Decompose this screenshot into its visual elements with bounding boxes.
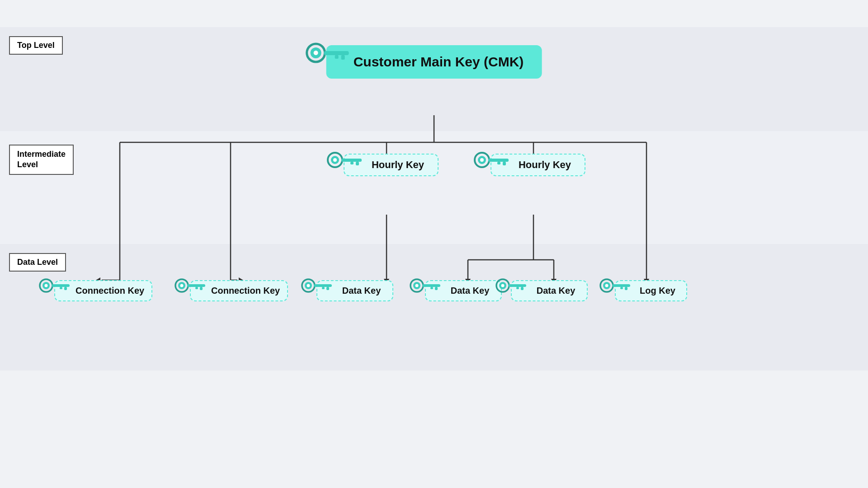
datakey1-label: Data Key — [342, 286, 381, 296]
svg-rect-50 — [200, 287, 203, 290]
svg-rect-37 — [488, 159, 509, 162]
svg-rect-32 — [356, 162, 359, 165]
svg-point-36 — [480, 158, 484, 162]
key-svg-datakey2 — [407, 276, 443, 297]
cmk-key-icon — [302, 38, 351, 70]
intermediate-level-band — [0, 131, 868, 244]
svg-rect-27 — [335, 55, 339, 59]
svg-rect-44 — [64, 287, 67, 290]
node-connkey1: Connection Key — [54, 280, 152, 301]
svg-rect-49 — [187, 284, 205, 287]
svg-rect-31 — [341, 159, 362, 162]
node-cmk: Customer Main Key (CMK) — [326, 45, 542, 79]
connkey1-label: Connection Key — [75, 286, 144, 296]
datakey2-key-icon — [407, 276, 443, 299]
svg-point-30 — [333, 158, 337, 162]
node-connkey2: Connection Key — [190, 280, 288, 301]
logkey-label: Log Key — [640, 286, 675, 296]
svg-rect-56 — [326, 287, 329, 290]
intermediate-level-text: IntermediateLevel — [17, 150, 66, 169]
top-level-text: Top Level — [17, 41, 55, 50]
data-level-band — [0, 244, 868, 371]
key-svg-datakey1 — [298, 276, 335, 297]
svg-rect-68 — [521, 287, 524, 290]
top-level-band — [0, 27, 868, 131]
svg-point-60 — [415, 284, 419, 287]
svg-point-54 — [307, 284, 310, 287]
connkey1-key-icon — [36, 276, 72, 299]
key-svg-connkey2 — [172, 276, 208, 297]
svg-rect-39 — [497, 162, 500, 164]
svg-point-72 — [605, 284, 609, 287]
svg-rect-74 — [625, 287, 627, 290]
svg-rect-73 — [612, 284, 630, 287]
cmk-box: Customer Main Key (CMK) — [326, 45, 542, 79]
node-datakey3: Data Key — [511, 280, 588, 301]
svg-rect-62 — [435, 287, 438, 290]
svg-rect-51 — [195, 287, 198, 289]
data-level-label: Data Level — [9, 253, 66, 272]
data-level-text: Data Level — [17, 258, 58, 267]
connkey2-key-icon — [172, 276, 208, 299]
top-level-label: Top Level — [9, 36, 63, 55]
svg-rect-61 — [422, 284, 440, 287]
node-logkey: Log Key — [615, 280, 687, 301]
svg-rect-63 — [430, 287, 433, 289]
datakey3-label: Data Key — [537, 286, 576, 296]
key-svg-connkey1 — [36, 276, 72, 297]
key-svg-cmk — [302, 38, 351, 68]
svg-rect-55 — [314, 284, 332, 287]
key-svg-logkey — [597, 276, 633, 297]
node-hourly2: Hourly Key — [491, 154, 585, 176]
hourly1-key-icon — [323, 148, 364, 175]
svg-rect-38 — [503, 162, 506, 165]
node-hourly1: Hourly Key — [344, 154, 439, 176]
svg-rect-45 — [60, 287, 62, 289]
svg-point-66 — [501, 284, 505, 287]
connkey2-label: Connection Key — [211, 286, 280, 296]
datakey2-label: Data Key — [451, 286, 490, 296]
node-datakey1: Data Key — [316, 280, 393, 301]
svg-point-48 — [180, 284, 184, 287]
svg-rect-33 — [350, 162, 354, 164]
svg-rect-43 — [52, 284, 70, 287]
svg-point-24 — [314, 51, 318, 55]
svg-rect-57 — [322, 287, 325, 289]
svg-rect-26 — [341, 55, 345, 60]
hourly2-key-icon — [470, 148, 511, 175]
svg-rect-67 — [508, 284, 526, 287]
cmk-label: Customer Main Key (CMK) — [354, 54, 524, 70]
logkey-key-icon — [597, 276, 633, 299]
intermediate-level-label: IntermediateLevel — [9, 145, 74, 175]
svg-point-42 — [45, 284, 48, 287]
key-svg-hourly2 — [470, 148, 511, 173]
svg-rect-25 — [324, 51, 349, 55]
hourly2-label: Hourly Key — [519, 159, 571, 171]
hourly1-label: Hourly Key — [372, 159, 424, 171]
key-svg-datakey3 — [493, 276, 529, 297]
node-datakey2: Data Key — [425, 280, 502, 301]
datakey3-key-icon — [493, 276, 529, 299]
key-svg-hourly1 — [323, 148, 364, 173]
svg-rect-69 — [516, 287, 519, 289]
svg-rect-75 — [620, 287, 623, 289]
datakey1-key-icon — [298, 276, 335, 299]
